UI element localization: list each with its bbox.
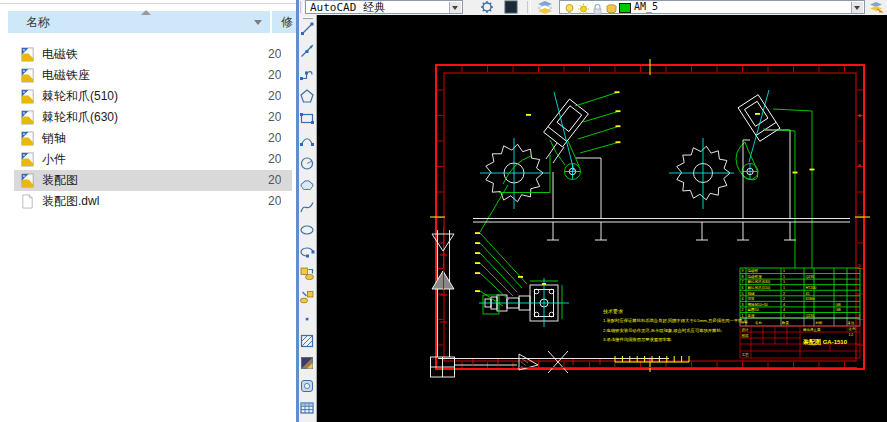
tool-line-icon[interactable]: [299, 21, 316, 38]
pin-shaft-detail: [475, 232, 569, 327]
svg-text:1: 1: [783, 269, 785, 273]
tool-revision-cloud-icon[interactable]: [299, 177, 316, 194]
svg-text:4: 4: [742, 297, 744, 301]
filter-dropdown-icon[interactable]: [254, 20, 262, 25]
column-header-name[interactable]: 名称: [8, 11, 270, 33]
leader-lines-right: [763, 109, 812, 268]
svg-text:3.各连接件均须按图示要求紧固牢靠.: 3.各连接件均须按图示要求紧固牢靠.: [603, 337, 672, 342]
tool-make-block-icon[interactable]: [299, 289, 316, 306]
dwg-file-icon: [20, 152, 35, 167]
svg-text:GB: GB: [836, 308, 842, 312]
tool-ellipse-icon[interactable]: [299, 222, 316, 239]
drawing-subtitle: 棘轮停止器: [803, 328, 821, 332]
tool-arc-icon[interactable]: [299, 132, 316, 149]
workspace-gear-icon[interactable]: [479, 0, 496, 14]
drawing-title: 装配图 GA-1510: [803, 338, 848, 346]
svg-text:2: 2: [783, 292, 785, 296]
file-name: 装配图: [42, 170, 78, 191]
file-row[interactable]: 电磁铁 20: [14, 44, 292, 65]
file-date: 20: [268, 191, 281, 212]
section-marker-column: [431, 227, 455, 377]
svg-text:2: 2: [742, 308, 744, 312]
tool-rectangle-icon[interactable]: [299, 110, 316, 127]
svg-text:Q235: Q235: [806, 275, 815, 279]
workspace-combo[interactable]: AutoCAD 经典: [305, 0, 463, 14]
svg-text:棘轮和爪(510): 棘轮和爪(510): [748, 285, 771, 290]
tool-circle-icon[interactable]: [299, 155, 316, 172]
file-row[interactable]: 销轴 20: [14, 128, 292, 149]
toolbar-grip[interactable]: [300, 1, 304, 13]
file-row-selected[interactable]: 装配图 20: [14, 170, 292, 191]
scale-label: 比例: [849, 327, 856, 331]
svg-text:45: 45: [806, 292, 810, 296]
file-row[interactable]: 小件 20: [14, 149, 292, 170]
layers-stack-icon[interactable]: [537, 0, 554, 14]
svg-text:C: C: [858, 213, 861, 218]
sort-ascending-icon: [141, 10, 151, 15]
svg-text:电磁铁座: 电磁铁座: [748, 274, 763, 279]
design-label: 设计: [742, 327, 750, 332]
file-date: 20: [268, 170, 281, 191]
svg-text:棘轮和爪(630): 棘轮和爪(630): [748, 279, 771, 284]
tool-insert-block-icon[interactable]: [299, 266, 316, 283]
svg-text:GB: GB: [836, 303, 842, 307]
toolbar-separator: [527, 1, 531, 13]
process-label: 工艺: [742, 353, 750, 357]
layer-manager-icon[interactable]: [868, 0, 885, 14]
svg-text:6: 6: [742, 286, 744, 290]
drawing-canvas[interactable]: ABCDE: [317, 15, 887, 422]
svg-text:A: A: [858, 113, 861, 118]
svg-text:2: 2: [783, 297, 785, 301]
tool-table-icon[interactable]: [299, 400, 316, 417]
tool-hatch-icon[interactable]: [299, 333, 316, 350]
parts-list-table: 9电磁铁18电磁铁座1Q2357棘轮和爪(630)16棘轮和爪(510)1HT2…: [740, 268, 860, 326]
svg-text:7: 7: [742, 280, 744, 284]
svg-text:2.电磁铁安装后动作灵活,无卡阻现象,吸合时爪应可靠脱开棘轮: 2.电磁铁安装后动作灵活,无卡阻现象,吸合时爪应可靠脱开棘轮;: [603, 328, 722, 333]
file-date: 20: [268, 65, 281, 86]
tool-polygon-icon[interactable]: [299, 88, 316, 105]
file-row[interactable]: 棘轮和爪(630) 20: [14, 107, 292, 128]
chevron-down-icon[interactable]: [851, 2, 863, 13]
tool-point-icon[interactable]: [299, 311, 316, 328]
plot-icon[interactable]: [605, 1, 618, 13]
autocad-topbar: AutoCAD 经典: [299, 0, 887, 16]
dwg-file-icon: [20, 173, 35, 188]
column-header-date[interactable]: 修: [272, 11, 296, 33]
svg-text:销轴: 销轴: [747, 291, 756, 296]
scale-value: 1:2: [849, 333, 854, 337]
svg-text:1: 1: [783, 314, 785, 318]
tool-region-icon[interactable]: [299, 378, 316, 395]
svg-text:8: 8: [742, 275, 744, 279]
svg-text:1.装配时应保证棘轮和爪啮合良好,间隙不得大于0.5mm,且: 1.装配时应保证棘轮和爪啮合良好,间隙不得大于0.5mm,且必须在同一平面上;: [603, 317, 748, 324]
toolbar-grip[interactable]: [303, 17, 313, 19]
file-name: 销轴: [42, 128, 66, 149]
tool-polyline-icon[interactable]: [299, 66, 316, 83]
svg-text:Q235: Q235: [806, 314, 815, 318]
lock-icon[interactable]: [591, 1, 604, 13]
title-block: 设计 校核 工艺 棘轮停止器 装配图 GA-1510 比例 1:2: [740, 326, 860, 358]
bulb-icon[interactable]: [563, 1, 576, 13]
draw-toolbar: [299, 15, 317, 422]
svg-text:4: 4: [783, 308, 785, 312]
sun-icon[interactable]: [577, 1, 590, 13]
chevron-down-icon[interactable]: [449, 2, 461, 13]
dwg-file-icon: [20, 68, 35, 83]
layer-color-swatch[interactable]: [619, 3, 631, 13]
workspace-settings-icon[interactable]: [503, 0, 520, 14]
electromagnet-right: [738, 95, 780, 142]
svg-text:9: 9: [742, 269, 744, 273]
file-row[interactable]: 装配图.dwl 20: [14, 191, 292, 212]
tool-ellipse-arc-icon[interactable]: [299, 244, 316, 261]
layer-combo[interactable]: AM_5: [559, 0, 865, 14]
svg-text:技术要求: 技术要求: [603, 308, 623, 315]
leader-lines-left: [480, 93, 618, 233]
svg-text:D: D: [858, 263, 861, 268]
file-row[interactable]: 棘轮和爪(510) 20: [14, 86, 292, 107]
tool-spline-icon[interactable]: [299, 199, 316, 216]
tool-construction-line-icon[interactable]: [299, 43, 316, 60]
svg-text:螺栓M10×30: 螺栓M10×30: [748, 302, 768, 307]
tool-gradient-icon[interactable]: [299, 355, 316, 372]
dwg-file-icon: [20, 89, 35, 104]
file-name: 棘轮和爪(510): [42, 86, 118, 107]
file-row[interactable]: 电磁铁座 20: [14, 65, 292, 86]
